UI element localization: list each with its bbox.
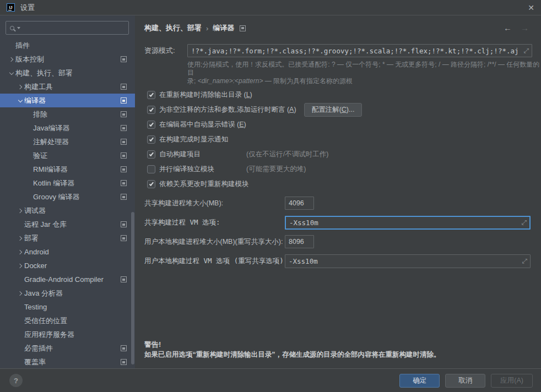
sidebar-item[interactable]: 调试器 xyxy=(0,204,135,217)
checkbox[interactable] xyxy=(147,121,155,129)
back-arrow-icon[interactable]: ← xyxy=(504,23,512,32)
sidebar-item[interactable]: Testing xyxy=(0,300,135,314)
chevron-icon[interactable] xyxy=(8,69,15,77)
sidebar-item-label: RMI编译器 xyxy=(33,165,68,175)
field-input[interactable]: -Xss10m ⤢ xyxy=(285,254,531,268)
sidebar-item-label: Testing xyxy=(24,303,47,311)
sidebar-item[interactable]: Java编译器 xyxy=(0,121,135,135)
sidebar-item[interactable]: 覆盖率 xyxy=(0,355,135,368)
sidebar-item[interactable]: Kotlin 编译器 xyxy=(0,176,135,190)
modified-settings-icon xyxy=(121,139,127,145)
chevron-icon[interactable] xyxy=(17,248,24,256)
sidebar-item[interactable]: 远程 Jar 仓库 xyxy=(0,217,135,231)
field-value: -Xss10m xyxy=(289,219,318,227)
scrollbar-thumb[interactable] xyxy=(131,212,134,364)
warning-block: 警告! 如果已启用选项“重新构建时清除输出目录”，存储生成源的目录的全部内容将在… xyxy=(144,340,441,360)
field-value: -Xss10m xyxy=(289,257,318,265)
sidebar-item[interactable]: 插件 xyxy=(0,39,135,52)
expand-field-icon[interactable]: ⤢ xyxy=(521,219,527,226)
search-input[interactable] xyxy=(24,24,125,32)
sidebar-item[interactable]: Gradle-Android Compiler xyxy=(0,273,135,286)
ok-button[interactable]: 确定 xyxy=(399,374,440,388)
checkbox-row: 并行编译独立模块 (可能需要更大的堆) xyxy=(135,162,541,177)
checkbox-label: 为非空注释的方法和参数,添加运行时断言 (A) xyxy=(159,105,296,115)
chevron-icon[interactable] xyxy=(17,290,24,297)
checkbox[interactable] xyxy=(147,165,155,173)
sidebar-item[interactable]: 必需插件 xyxy=(0,341,135,355)
sidebar-item[interactable]: 验证 xyxy=(0,149,135,162)
sidebar-item[interactable]: 编译器 xyxy=(0,94,135,107)
expand-field-icon[interactable]: ⤢ xyxy=(523,47,529,54)
app-logo-icon: IJ xyxy=(7,3,15,12)
configure-annotations-button[interactable]: 配置注解(C)... xyxy=(304,103,363,117)
chevron-icon[interactable] xyxy=(17,262,24,270)
sidebar-item-label: 应用程序服务器 xyxy=(24,330,74,340)
close-icon[interactable]: ✕ xyxy=(528,4,534,12)
warning-text: 如果已启用选项“重新构建时清除输出目录”，存储生成源的目录的全部内容将在重新构建… xyxy=(144,350,441,360)
sidebar-item-label: 部署 xyxy=(24,233,39,243)
field-row: 用户本地构建过程 VM 选项 (重写共享选项): -Xss10m ⤢ xyxy=(135,254,541,268)
breadcrumb-separator: › xyxy=(206,24,208,32)
chevron-icon[interactable] xyxy=(17,83,24,91)
checkbox-label: 并行编译独立模块 xyxy=(159,165,214,174)
field-input[interactable]: 8096 ⤢ xyxy=(285,235,314,248)
field-value: 4096 xyxy=(289,199,304,207)
field-label: 用户本地构建过程 VM 选项 (重写共享选项): xyxy=(144,257,285,266)
modified-settings-icon xyxy=(121,235,127,241)
checkmark-icon xyxy=(149,181,153,186)
field-input[interactable]: -Xss10m ⤢ xyxy=(285,216,531,230)
checkbox[interactable] xyxy=(147,106,155,114)
sidebar-item[interactable]: 应用程序服务器 xyxy=(0,328,135,341)
checkbox-row: 自动构建项目 (仅在不运行/不调试时工作) xyxy=(135,147,541,162)
field-label: 共享构建进程堆大小(MB): xyxy=(144,199,285,208)
settings-sidebar: 插件 版本控制 构建、执行、部署 构建工具 xyxy=(0,15,135,368)
forward-arrow-icon: → xyxy=(521,23,529,32)
sidebar-item-label: 验证 xyxy=(33,151,47,161)
chevron-icon[interactable] xyxy=(17,235,24,242)
sidebar-item[interactable]: 受信任的位置 xyxy=(0,314,135,328)
sidebar-item-label: 必需插件 xyxy=(24,344,53,353)
modified-settings-icon xyxy=(121,153,127,159)
sidebar-item[interactable]: Groovy 编译器 xyxy=(0,190,135,204)
sidebar-item[interactable]: Android xyxy=(0,245,135,259)
resource-patterns-value: !?*.java;!?*.form;!?*.class;!?*.groovy;!… xyxy=(191,47,519,55)
modified-settings-icon xyxy=(121,221,127,227)
chevron-icon[interactable] xyxy=(8,56,15,63)
checkbox[interactable] xyxy=(147,180,155,188)
sidebar-item[interactable]: 构建、执行、部署 xyxy=(0,66,135,80)
help-button[interactable]: ? xyxy=(9,374,23,387)
cancel-button[interactable]: 取消 xyxy=(445,374,485,388)
checkmark-icon xyxy=(149,137,153,141)
chevron-down-icon[interactable] xyxy=(17,27,20,29)
sidebar-item[interactable]: 部署 xyxy=(0,231,135,245)
breadcrumb-current[interactable]: 编译器 xyxy=(213,23,234,33)
warning-title: 警告! xyxy=(144,340,441,350)
sidebar-item-label: 排除 xyxy=(33,110,47,119)
modified-settings-icon xyxy=(121,97,127,104)
chevron-icon[interactable] xyxy=(17,207,24,215)
sidebar-item[interactable]: 构建工具 xyxy=(0,80,135,94)
field-input[interactable]: 4096 ⤢ xyxy=(285,197,314,210)
sidebar-item[interactable]: Docker xyxy=(0,259,135,273)
chevron-icon[interactable] xyxy=(17,97,24,105)
checkbox-row: 为非空注释的方法和参数,添加运行时断言 (A) 配置注解(C)... xyxy=(135,102,541,117)
sidebar-item-label: Android xyxy=(24,248,49,256)
build-process-fields: 共享构建进程堆大小(MB): 4096 ⤢ 共享构建过程 VM 选项: -Xss… xyxy=(135,196,541,268)
sidebar-item[interactable]: 版本控制 xyxy=(0,52,135,66)
search-box[interactable] xyxy=(6,21,129,35)
checkbox[interactable] xyxy=(147,135,155,144)
expand-field-icon[interactable]: ⤢ xyxy=(522,258,527,264)
breadcrumb-parent[interactable]: 构建、执行、部署 xyxy=(144,23,202,33)
sidebar-item[interactable]: RMI编译器 xyxy=(0,162,135,176)
sidebar-item-label: 受信任的位置 xyxy=(24,316,67,326)
checkbox[interactable] xyxy=(147,150,155,159)
resource-patterns-input[interactable]: !?*.java;!?*.form;!?*.class;!?*.groovy;!… xyxy=(187,44,532,57)
sidebar-item[interactable]: Java 分析器 xyxy=(0,286,135,300)
sidebar-item-label: 构建、执行、部署 xyxy=(15,68,73,78)
settings-dialog: IJ 设置 ✕ 插件 版本控制 xyxy=(0,0,541,392)
sidebar-item[interactable]: 排除 xyxy=(0,107,135,121)
settings-content: 构建、执行、部署 › 编译器 ← → 资源模式: !?*.java;!?*.fo… xyxy=(135,15,541,368)
checkbox-comment: (可能需要更大的堆) xyxy=(246,165,306,174)
checkbox[interactable] xyxy=(147,91,155,99)
sidebar-item[interactable]: 注解处理器 xyxy=(0,135,135,149)
